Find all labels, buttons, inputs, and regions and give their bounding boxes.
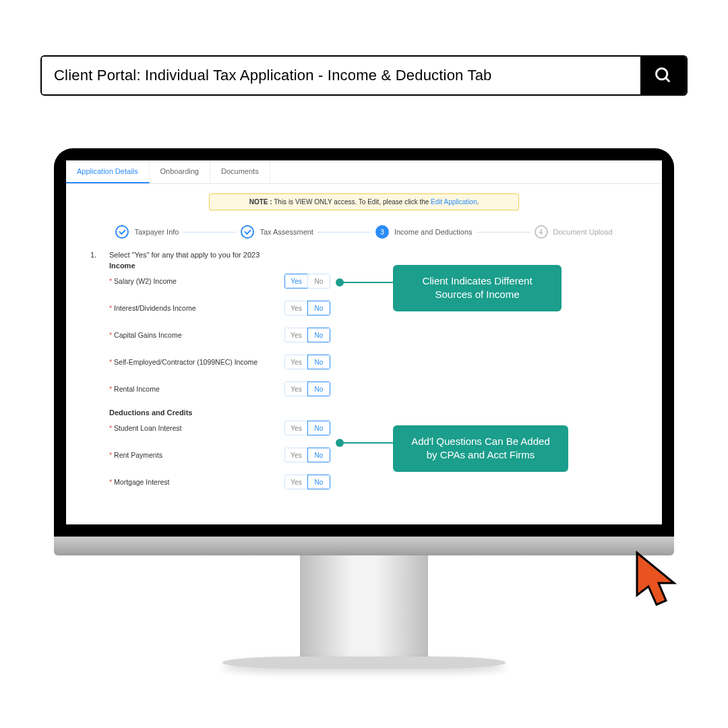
row-mortgage-interest: *Mortgage Interest YesNo: [109, 475, 638, 489]
no-button[interactable]: No: [307, 355, 330, 369]
yes-button[interactable]: Yes: [284, 475, 307, 489]
search-bar: [40, 55, 688, 96]
yes-button[interactable]: Yes: [284, 421, 307, 435]
step-3-label: Income and Deductions: [394, 228, 473, 236]
row-label: Interest/Dividends Income: [114, 304, 195, 312]
question-text: Select "Yes" for any that apply to you f…: [109, 251, 260, 259]
no-button[interactable]: No: [307, 475, 330, 489]
app-tabs: Application Details Onboarding Documents: [66, 160, 662, 184]
row-label: Salary (W2) Income: [114, 277, 177, 285]
no-button[interactable]: No: [307, 448, 330, 462]
step-1-label: Taxpayer Info: [134, 228, 179, 236]
search-input[interactable]: [42, 57, 640, 94]
callout-additional-questions: Add'l Questions Can Be Added by CPAs and…: [393, 425, 568, 472]
yes-no-toggle: Yes No: [284, 274, 330, 289]
note-body: This is VIEW ONLY access. To Edit, pleas…: [272, 198, 431, 206]
row-label: Student Loan Interest: [114, 424, 181, 432]
step-2-circle: [241, 225, 254, 239]
no-button[interactable]: No: [307, 301, 330, 315]
step-2-label: Tax Assessment: [260, 228, 313, 236]
row-label: Self-Employed/Contractor (1099NEC) Incom…: [114, 358, 257, 366]
row-self-employed: *Self-Employed/Contractor (1099NEC) Inco…: [109, 355, 638, 369]
note-prefix: NOTE :: [249, 198, 272, 206]
yes-button[interactable]: Yes: [284, 448, 307, 462]
yes-button[interactable]: Yes: [284, 355, 307, 369]
deductions-section-title: Deductions and Credits: [109, 408, 638, 417]
svg-line-1: [666, 78, 670, 82]
search-button[interactable]: [640, 57, 686, 94]
search-icon: [654, 66, 673, 85]
step-4-label: Document Upload: [553, 228, 613, 236]
step-connector: [477, 232, 530, 233]
step-1-circle: [115, 225, 129, 239]
step-connector: [317, 232, 371, 233]
yes-button[interactable]: Yes: [284, 301, 307, 315]
yes-button[interactable]: Yes: [284, 274, 307, 289]
step-3-circle: 3: [375, 225, 389, 239]
row-capital-gains: *Capital Gains Income YesNo: [109, 328, 638, 342]
row-label: Rent Payments: [114, 451, 162, 459]
no-button[interactable]: No: [307, 274, 330, 289]
step-4-circle: 4: [535, 225, 548, 239]
callout-line: [342, 442, 396, 444]
step-connector: [183, 232, 237, 233]
progress-stepper: Taxpayer Info Tax Assessment 3 Income an…: [66, 225, 662, 239]
tab-application-details[interactable]: Application Details: [66, 160, 150, 183]
question-number: 1.: [90, 251, 101, 259]
tab-onboarding[interactable]: Onboarding: [150, 160, 211, 183]
row-label: Mortgage Interest: [114, 478, 169, 486]
callout-line: [342, 282, 396, 283]
cursor-icon: [634, 549, 688, 613]
no-button[interactable]: No: [307, 328, 330, 342]
row-rental-income: *Rental Income YesNo: [109, 382, 638, 396]
yes-button[interactable]: Yes: [284, 328, 307, 342]
no-button[interactable]: No: [307, 382, 330, 396]
tab-documents[interactable]: Documents: [210, 160, 270, 183]
no-button[interactable]: No: [307, 421, 330, 435]
yes-button[interactable]: Yes: [284, 382, 307, 396]
row-label: Capital Gains Income: [114, 331, 181, 339]
edit-application-link[interactable]: Edit Application: [431, 198, 477, 206]
view-only-note: NOTE : This is VIEW ONLY access. To Edit…: [209, 193, 519, 210]
callout-income-sources: Client Indicates Different Sources of In…: [393, 265, 562, 311]
svg-marker-2: [637, 553, 674, 605]
row-label: Rental Income: [114, 385, 160, 393]
monitor-mockup: Application Details Onboarding Documents…: [54, 148, 674, 669]
svg-point-0: [657, 69, 667, 80]
